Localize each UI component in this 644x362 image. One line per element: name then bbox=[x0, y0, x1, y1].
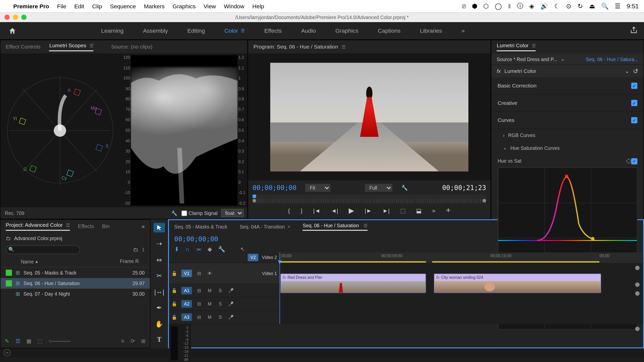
timeline-clip[interactable]: fxCity woman smiling 024 bbox=[434, 274, 601, 293]
app-name[interactable]: Premiere Pro bbox=[13, 3, 49, 9]
insert-icon[interactable]: ⬇ bbox=[174, 246, 179, 252]
menu-help[interactable]: Help bbox=[252, 3, 264, 9]
col-framerate[interactable]: Frame R bbox=[120, 259, 144, 264]
lock-icon[interactable]: 🔓 bbox=[172, 288, 178, 293]
menu-graphics[interactable]: Graphics bbox=[173, 3, 195, 9]
timeline-tab[interactable]: Seq. 06 - Hue / Saturation ☰ bbox=[303, 223, 367, 231]
screen-record-icon[interactable]: ⎚ bbox=[462, 3, 466, 10]
icon-view-icon[interactable]: ▦ bbox=[26, 338, 31, 344]
section-creative[interactable]: Creative ✓ bbox=[491, 95, 643, 112]
track-v1-label[interactable]: V1 bbox=[181, 270, 192, 277]
close-window-button[interactable] bbox=[5, 15, 10, 20]
tab-effects[interactable]: Effects bbox=[78, 223, 94, 230]
macos-menubar[interactable]: Premiere Pro File Edit Clip Sequence Mar… bbox=[0, 0, 644, 12]
section-hue-sat-curves[interactable]: ⌄ Hue Saturation Curves bbox=[491, 142, 643, 154]
timeline-clip[interactable]: fxRed Dress and Pier bbox=[280, 274, 426, 293]
razor-tool[interactable]: ✂ bbox=[153, 271, 165, 281]
share-button[interactable] bbox=[630, 26, 638, 35]
track-select-tool[interactable]: ⇢ bbox=[153, 239, 165, 249]
program-tc-in[interactable]: 00;00;00;00 bbox=[253, 184, 297, 192]
circle-i-icon[interactable]: ⓘ bbox=[517, 2, 523, 10]
transport-overflow[interactable]: » bbox=[432, 207, 435, 214]
toggle-sync-icon[interactable]: 👁 bbox=[206, 271, 213, 276]
playhead[interactable] bbox=[279, 252, 280, 324]
timeline-tab[interactable]: Seq. 04A - Transition × bbox=[240, 224, 290, 229]
ws-effects[interactable]: Effects bbox=[264, 27, 281, 34]
section-curves[interactable]: Curves ✓ bbox=[491, 112, 643, 129]
tab-bin[interactable]: Bin bbox=[102, 223, 109, 230]
eject-icon[interactable]: ⏏ bbox=[589, 3, 595, 10]
mute-button[interactable]: M bbox=[206, 288, 213, 293]
find-icon[interactable]: ⊞ bbox=[141, 338, 146, 344]
ws-graphics[interactable]: Graphics bbox=[335, 27, 358, 34]
slip-tool[interactable]: |↔| bbox=[153, 287, 165, 297]
ws-audio[interactable]: Audio bbox=[301, 27, 316, 34]
chevron-down-icon[interactable]: ⌄ bbox=[561, 56, 565, 62]
cube-icon[interactable]: ⬡ bbox=[483, 3, 489, 10]
toggle-icon[interactable]: ⊟ bbox=[195, 301, 203, 306]
track-v2-label[interactable]: V2 bbox=[248, 255, 259, 260]
pencil-icon[interactable]: ✎ bbox=[5, 338, 9, 344]
cc-icon[interactable]: ◯ bbox=[495, 3, 502, 10]
step-back-button[interactable]: ◄| bbox=[331, 207, 338, 214]
section-rgb-curves[interactable]: › RGB Curves bbox=[491, 129, 643, 141]
track-a3-label[interactable]: A3 bbox=[181, 313, 192, 321]
mark-out-button[interactable]: } bbox=[301, 207, 303, 214]
ripple-edit-tool[interactable]: ⇔ bbox=[153, 255, 165, 265]
tab-lumetri-scopes[interactable]: Lumetri Scopes ☰ bbox=[49, 42, 93, 51]
section-basic-correction[interactable]: Basic Correction ✓ bbox=[491, 77, 643, 95]
tab-source[interactable]: Source: (no clips) bbox=[111, 44, 152, 50]
menu-markers[interactable]: Markers bbox=[144, 3, 165, 9]
check-icon[interactable]: ✓ bbox=[631, 158, 637, 164]
menu-file[interactable]: File bbox=[57, 3, 66, 9]
program-scrubber[interactable] bbox=[253, 195, 486, 203]
menu-clip[interactable]: Clip bbox=[92, 3, 102, 9]
extract-button[interactable]: ⬓ bbox=[416, 207, 421, 214]
project-item[interactable]: ⊞ Seq. 07 - Day 4 Night30.00 bbox=[1, 289, 150, 299]
toggle-output-icon[interactable]: ⊟ bbox=[195, 271, 203, 276]
check-icon[interactable]: ✓ bbox=[631, 83, 637, 89]
ws-assembly[interactable]: Assembly bbox=[143, 27, 168, 34]
toggle-icon[interactable]: ⊟ bbox=[195, 288, 203, 293]
solo-button[interactable]: S bbox=[217, 288, 224, 293]
settings-icon[interactable]: 🔧 bbox=[218, 246, 225, 252]
minimize-window-button[interactable] bbox=[13, 15, 18, 20]
control-center-icon[interactable]: ☰ bbox=[615, 3, 621, 10]
voice-record-icon[interactable]: 🎤 bbox=[227, 315, 234, 320]
search-icon[interactable]: 🔍 bbox=[601, 3, 609, 10]
lumetri-sequence[interactable]: Seq. 06 - Hue / Satura... bbox=[586, 56, 638, 62]
tab-effect-controls[interactable]: Effect Controls bbox=[6, 44, 41, 50]
go-to-in-button[interactable]: |◄ bbox=[313, 207, 320, 214]
clock-icon[interactable]: ↻ bbox=[578, 3, 583, 10]
project-item[interactable]: ⊞ Seq. 06 - Hue / Saturation29.97 bbox=[1, 278, 150, 289]
sort-icon[interactable]: ≡ bbox=[121, 338, 124, 344]
check-icon[interactable]: ✓ bbox=[631, 117, 637, 123]
voice-record-icon[interactable]: 🎤 bbox=[227, 288, 234, 293]
program-viewer[interactable] bbox=[248, 54, 491, 180]
pen-tool[interactable]: ✒ bbox=[153, 303, 165, 313]
selection-tool[interactable] bbox=[153, 223, 165, 233]
dropbox-icon[interactable]: ⬢ bbox=[472, 3, 477, 10]
reset-button[interactable]: ↺ bbox=[633, 68, 638, 75]
play-button[interactable]: ▶ bbox=[349, 206, 354, 215]
track-a2-label[interactable]: A2 bbox=[181, 300, 192, 308]
marker-icon[interactable]: ◆ bbox=[208, 246, 212, 252]
hand-tool[interactable]: ✋ bbox=[153, 319, 165, 329]
timeline-tab[interactable]: Seq. 05 - Masks & Track bbox=[174, 224, 227, 229]
resolution-select[interactable]: Full bbox=[365, 184, 392, 192]
home-button[interactable] bbox=[6, 25, 19, 37]
ws-overflow[interactable]: » bbox=[462, 27, 465, 34]
menu-view[interactable]: View bbox=[204, 3, 216, 9]
track-a1-label[interactable]: A1 bbox=[181, 287, 192, 294]
menu-sequence[interactable]: Sequence bbox=[110, 3, 136, 9]
fit-select[interactable]: Fit bbox=[305, 184, 331, 192]
col-name[interactable]: Name ▴ bbox=[21, 259, 120, 264]
close-tab-icon[interactable]: × bbox=[288, 224, 290, 229]
toggle-icon[interactable]: ⊟ bbox=[195, 315, 203, 320]
diamond-icon[interactable]: ◈ bbox=[529, 3, 534, 10]
zoom-slider[interactable]: ○───── bbox=[49, 338, 70, 344]
creative-cloud-icon[interactable]: ∞ bbox=[4, 349, 11, 356]
chevron-down-icon[interactable]: ⌄ bbox=[625, 68, 629, 74]
go-to-out-button[interactable]: ►| bbox=[382, 207, 390, 214]
ws-editing[interactable]: Editing bbox=[187, 27, 205, 34]
